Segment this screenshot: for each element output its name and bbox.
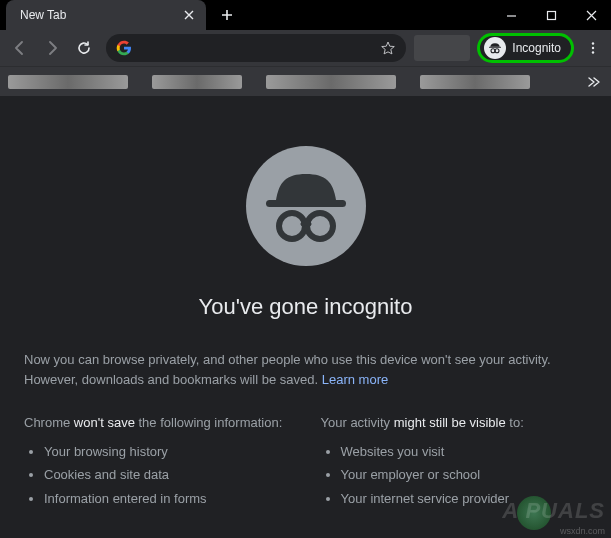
reload-button[interactable] <box>70 34 98 62</box>
attribution-text: wsxdn.com <box>560 526 605 536</box>
close-tab-icon[interactable] <box>182 8 196 22</box>
list-item: Your browsing history <box>44 440 291 463</box>
incognito-hero-icon <box>246 146 366 266</box>
incognito-description: Now you can browse privately, and other … <box>24 350 587 389</box>
address-bar[interactable] <box>106 34 406 62</box>
column-wont-save: Chrome won't save the following informat… <box>24 415 291 510</box>
list-item: Your employer or school <box>341 463 588 486</box>
maximize-button[interactable] <box>531 0 571 30</box>
google-icon <box>116 40 132 56</box>
address-input[interactable] <box>140 41 372 56</box>
incognito-label: Incognito <box>512 41 561 55</box>
bookmark-item[interactable] <box>8 75 128 89</box>
back-button[interactable] <box>6 34 34 62</box>
bookmark-item[interactable] <box>152 75 242 89</box>
info-columns: Chrome won't save the following informat… <box>24 415 587 510</box>
browser-menu-button[interactable] <box>581 34 605 62</box>
bookmark-item[interactable] <box>266 75 396 89</box>
tab-title: New Tab <box>20 8 170 22</box>
window-controls <box>491 0 611 30</box>
list-item: Cookies and site data <box>44 463 291 486</box>
incognito-page: You've gone incognito Now you can browse… <box>0 96 611 510</box>
bookmarks-overflow-icon[interactable] <box>585 73 603 91</box>
svg-point-6 <box>592 51 594 53</box>
browser-toolbar: Incognito <box>0 30 611 66</box>
svg-point-2 <box>491 49 495 53</box>
extension-area[interactable] <box>414 35 470 61</box>
svg-point-3 <box>495 49 499 53</box>
list-item: Websites you visit <box>341 440 588 463</box>
svg-point-8 <box>279 213 305 239</box>
close-window-button[interactable] <box>571 0 611 30</box>
list-item: Information entered in forms <box>44 487 291 510</box>
column-title: Your activity might still be visible to: <box>321 415 588 430</box>
svg-rect-7 <box>266 200 346 207</box>
column-visible-to: Your activity might still be visible to:… <box>321 415 588 510</box>
new-tab-button[interactable] <box>214 2 240 28</box>
window-titlebar: New Tab <box>0 0 611 30</box>
learn-more-link[interactable]: Learn more <box>322 372 388 387</box>
svg-rect-1 <box>489 47 501 48</box>
svg-point-9 <box>307 213 333 239</box>
bookmark-item[interactable] <box>420 75 530 89</box>
forward-button[interactable] <box>38 34 66 62</box>
incognito-indicator[interactable]: Incognito <box>478 34 573 62</box>
svg-point-5 <box>592 47 594 49</box>
svg-point-4 <box>592 42 594 44</box>
bookmark-star-icon[interactable] <box>380 40 396 56</box>
bookmarks-bar <box>0 66 611 96</box>
watermark-text: A PUALS <box>502 498 605 524</box>
incognito-icon <box>484 37 506 59</box>
svg-rect-0 <box>547 11 555 19</box>
column-title: Chrome won't save the following informat… <box>24 415 291 430</box>
page-title: You've gone incognito <box>24 294 587 320</box>
minimize-button[interactable] <box>491 0 531 30</box>
browser-tab[interactable]: New Tab <box>6 0 206 30</box>
description-text: Now you can browse privately, and other … <box>24 352 551 387</box>
wont-save-list: Your browsing history Cookies and site d… <box>24 440 291 510</box>
